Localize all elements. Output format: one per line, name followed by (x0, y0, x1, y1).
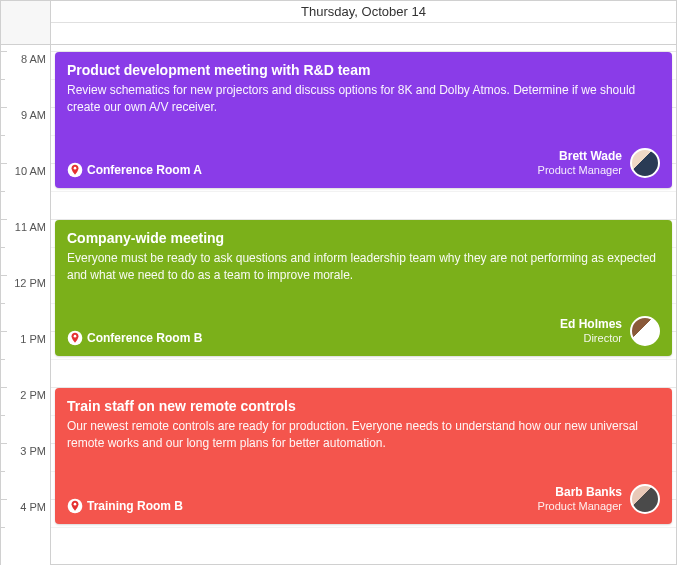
hour-slot: 8 AM (1, 51, 50, 107)
event-organizer: Brett WadeProduct Manager (538, 148, 660, 178)
hour-label: 12 PM (14, 277, 46, 289)
organizer-role: Director (560, 332, 622, 345)
hour-slot: 3 PM (1, 443, 50, 499)
hour-label: 4 PM (20, 501, 46, 513)
event-description: Our newest remote controls are ready for… (67, 418, 660, 452)
event-description: Everyone must be ready to ask questions … (67, 250, 660, 284)
location-pin-icon (67, 498, 83, 514)
organizer-role: Product Manager (538, 500, 622, 513)
svg-point-3 (74, 335, 77, 338)
hour-slot: 2 PM (1, 387, 50, 443)
header-day-column: Thursday, October 14 (51, 1, 676, 44)
event-location: Training Room B (67, 498, 183, 514)
date-label[interactable]: Thursday, October 14 (51, 1, 676, 23)
allday-row[interactable] (51, 23, 676, 44)
hour-label: 10 AM (15, 165, 46, 177)
calendar-event[interactable]: Company-wide meetingEveryone must be rea… (55, 220, 672, 356)
hour-slot: 4 PM (1, 499, 50, 555)
event-description: Review schematics for new projectors and… (67, 82, 660, 116)
event-organizer: Ed HolmesDirector (560, 316, 660, 346)
calendar-event[interactable]: Product development meeting with R&D tea… (55, 52, 672, 188)
hour-label: 9 AM (21, 109, 46, 121)
calendar-day-view: Thursday, October 14 8 AM9 AM10 AM11 AM1… (0, 0, 677, 565)
organizer-avatar (630, 316, 660, 346)
hour-slot: 9 AM (1, 107, 50, 163)
event-location-text: Training Room B (87, 499, 183, 513)
svg-point-5 (74, 503, 77, 506)
hour-slot: 10 AM (1, 163, 50, 219)
event-title: Train staff on new remote controls (67, 398, 660, 414)
event-title: Company-wide meeting (67, 230, 660, 246)
hour-label: 8 AM (21, 53, 46, 65)
event-title: Product development meeting with R&D tea… (67, 62, 660, 78)
location-pin-icon (67, 162, 83, 178)
calendar-header: Thursday, October 14 (1, 1, 676, 45)
event-location-text: Conference Room A (87, 163, 202, 177)
event-footer: Conference Room ABrett WadeProduct Manag… (67, 148, 660, 178)
hour-slot: 1 PM (1, 331, 50, 387)
svg-point-1 (74, 167, 77, 170)
hour-slot: 11 AM (1, 219, 50, 275)
organizer-name: Barb Banks (538, 485, 622, 499)
hour-slot: 12 PM (1, 275, 50, 331)
hour-label: 3 PM (20, 445, 46, 457)
header-corner (1, 1, 51, 44)
hour-label: 2 PM (20, 389, 46, 401)
event-organizer: Barb BanksProduct Manager (538, 484, 660, 514)
calendar-body[interactable]: 8 AM9 AM10 AM11 AM12 PM1 PM2 PM3 PM4 PM … (1, 45, 676, 565)
event-footer: Conference Room BEd HolmesDirector (67, 316, 660, 346)
hour-label: 1 PM (20, 333, 46, 345)
event-footer: Training Room BBarb BanksProduct Manager (67, 484, 660, 514)
time-column: 8 AM9 AM10 AM11 AM12 PM1 PM2 PM3 PM4 PM (1, 45, 51, 565)
calendar-event[interactable]: Train staff on new remote controlsOur ne… (55, 388, 672, 524)
location-pin-icon (67, 330, 83, 346)
organizer-avatar (630, 484, 660, 514)
event-location: Conference Room B (67, 330, 202, 346)
event-location: Conference Room A (67, 162, 202, 178)
organizer-role: Product Manager (538, 164, 622, 177)
event-location-text: Conference Room B (87, 331, 202, 345)
organizer-name: Brett Wade (538, 149, 622, 163)
organizer-name: Ed Holmes (560, 317, 622, 331)
event-area[interactable]: Product development meeting with R&D tea… (55, 45, 672, 565)
organizer-avatar (630, 148, 660, 178)
hour-label: 11 AM (15, 221, 46, 233)
